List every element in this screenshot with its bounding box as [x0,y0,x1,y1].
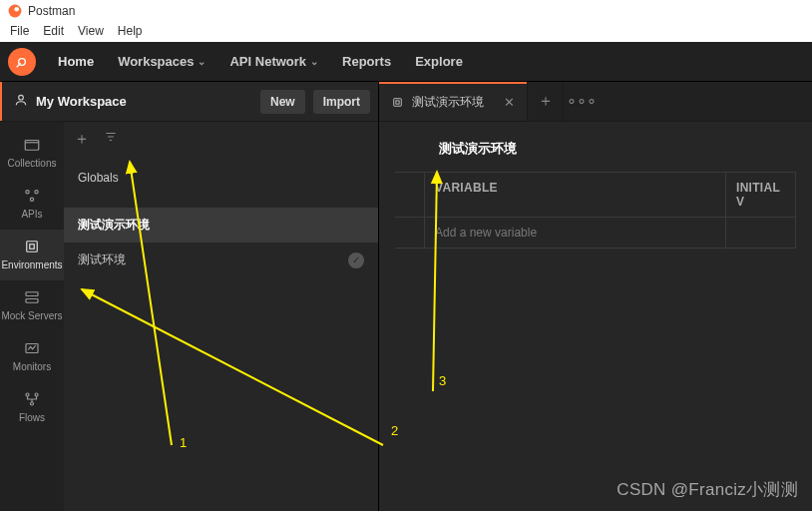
tab-overflow-button[interactable]: ∘∘∘ [563,82,599,121]
add-variable-input[interactable]: Add a new variable [425,218,726,249]
nav-workspaces[interactable]: Workspaces⌄ [106,54,217,69]
env-row-selected[interactable]: 测试演示环境 [64,208,378,243]
menu-file[interactable]: File [10,24,29,38]
app-body: My Workspace New Import Collections APIs [0,82,812,511]
accent-strip [0,82,2,121]
env-title: 测试演示环境 [395,136,796,172]
satellite-icon [14,54,30,70]
svg-rect-10 [26,292,38,296]
env-globals[interactable]: Globals [64,162,378,194]
env-toolbar: ＋ [64,122,378,156]
os-menu-bar: File Edit View Help [0,22,812,42]
left-pane: My Workspace New Import Collections APIs [0,82,379,511]
workspace-bar: My Workspace New Import [0,82,378,122]
col-variable: VARIABLE [425,173,726,218]
svg-rect-11 [26,299,38,303]
new-button[interactable]: New [260,90,305,114]
environment-icon [391,96,404,109]
svg-point-7 [30,198,33,201]
col-initial: INITIAL V [726,173,796,218]
sidebar-item-monitors[interactable]: Monitors [0,331,64,382]
col-checkbox [395,173,425,218]
close-tab-button[interactable]: ✕ [504,95,515,110]
app-root: Home Workspaces⌄ API Network⌄ Reports Ex… [0,42,812,511]
menu-edit[interactable]: Edit [43,24,64,38]
svg-point-15 [31,402,34,405]
sidebar-item-flows[interactable]: Flows [0,382,64,433]
svg-rect-16 [394,99,402,107]
nav-home[interactable]: Home [46,54,106,69]
svg-rect-8 [27,242,38,253]
window-titlebar: Postman [0,0,812,22]
svg-rect-9 [30,245,35,250]
folder-icon [23,136,41,154]
left-body: Collections APIs Environments Mock Serve… [0,122,378,511]
new-tab-button[interactable]: ＋ [527,82,563,121]
filter-icon [104,130,118,144]
svg-rect-4 [25,141,39,151]
menu-view[interactable]: View [78,24,104,38]
app-logo-icon [8,4,22,18]
tab-label: 测试演示环境 [412,94,484,111]
tab-bar: 测试演示环境 ✕ ＋ ∘∘∘ [379,82,812,122]
nav-explore[interactable]: Explore [403,54,475,69]
top-nav: Home Workspaces⌄ API Network⌄ Reports Ex… [0,42,812,82]
flows-icon [23,390,41,408]
svg-point-13 [26,393,29,396]
postman-logo[interactable] [8,48,36,76]
initial-value-cell[interactable] [726,218,796,249]
workspace-name[interactable]: My Workspace [36,94,252,109]
environment-icon [23,238,41,256]
window-title: Postman [28,4,75,18]
add-env-button[interactable]: ＋ [74,129,90,150]
sidebar-item-environments[interactable]: Environments [0,230,64,280]
monitor-icon [23,339,41,357]
sidebar-item-apis[interactable]: APIs [0,179,64,230]
row-checkbox[interactable] [395,218,425,249]
nav-api-network[interactable]: API Network⌄ [217,54,330,69]
tab-active[interactable]: 测试演示环境 ✕ [379,82,527,121]
active-check-icon: ✓ [348,253,364,268]
filter-button[interactable] [104,130,118,148]
env-row[interactable]: 测试环境 ✓ [64,243,378,277]
server-icon [23,288,41,306]
svg-point-5 [26,191,29,194]
env-list: Globals 测试演示环境 测试环境 ✓ [64,156,378,283]
nav-reports[interactable]: Reports [330,54,403,69]
sidebar-item-collections[interactable]: Collections [0,128,64,179]
svg-point-1 [14,7,19,12]
right-pane: 测试演示环境 ✕ ＋ ∘∘∘ 测试演示环境 VARIABLE INITIAL V [379,82,812,511]
env-content: 测试演示环境 VARIABLE INITIAL V Add a new vari… [379,122,812,511]
chevron-down-icon: ⌄ [198,56,205,67]
table-header: VARIABLE INITIAL V [395,173,796,218]
chevron-down-icon: ⌄ [310,56,318,67]
svg-point-6 [35,191,38,194]
svg-point-14 [35,393,38,396]
variables-table: VARIABLE INITIAL V Add a new variable [395,172,796,249]
svg-rect-17 [396,101,399,104]
table-row[interactable]: Add a new variable [395,218,796,249]
environment-panel: ＋ Globals 测试演示环境 测试环境 ✓ [64,122,378,511]
sidebar-item-mock-servers[interactable]: Mock Servers [0,280,64,331]
sidebar: Collections APIs Environments Mock Serve… [0,122,64,511]
apis-icon [23,187,41,205]
svg-point-3 [19,95,24,100]
user-icon [14,93,28,111]
svg-point-0 [9,5,22,18]
menu-help[interactable]: Help [118,24,143,38]
import-button[interactable]: Import [313,90,370,114]
